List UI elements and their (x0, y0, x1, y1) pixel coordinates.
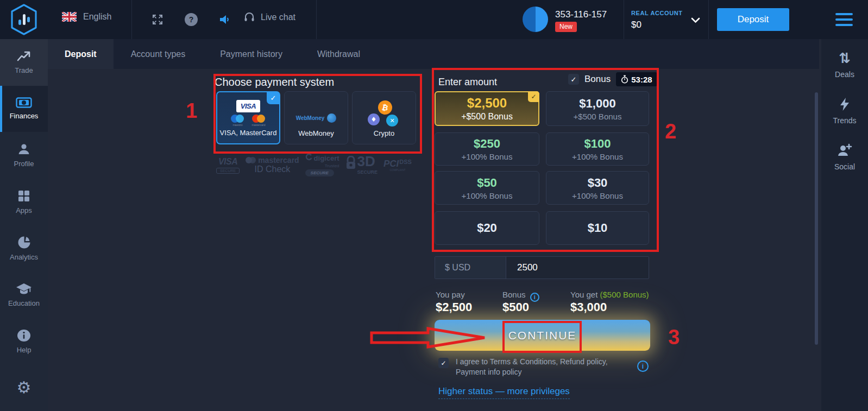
visa-logo: VISA (236, 100, 260, 112)
sidebar-item-profile[interactable]: Profile (0, 132, 48, 179)
sidebar-item-education[interactable]: Education (0, 271, 48, 318)
higher-status-link[interactable]: Higher status — more privileges (438, 386, 570, 399)
ripple-icon: ✕ (386, 115, 398, 127)
top-bar: English ? Live chat 353-116 (0, 0, 868, 39)
preset-30[interactable]: $30+100% Bonus (546, 171, 649, 205)
sidebar-item-trade[interactable]: Trade (0, 39, 48, 86)
divider (131, 0, 132, 39)
sidebar-item-trends[interactable]: Trends (833, 97, 856, 125)
trade-icon (17, 50, 31, 62)
preset-250[interactable]: $250+100% Bonus (435, 132, 539, 166)
finances-icon (16, 97, 32, 108)
agreement-checkbox[interactable]: ✓ (438, 358, 449, 368)
help-icon[interactable]: ? (183, 11, 199, 28)
language-selector[interactable]: English (62, 12, 111, 22)
menu-icon[interactable] (835, 13, 853, 26)
you-pay-value: $2,500 (436, 300, 472, 314)
divider (708, 0, 709, 39)
sidebar-item-deals[interactable]: ⇅ Deals (835, 51, 854, 79)
uk-flag-icon (62, 12, 77, 22)
sidebar-item-analytics[interactable]: Analytics (0, 225, 48, 272)
fullscreen-icon[interactable] (149, 11, 166, 28)
tab-payment-history[interactable]: Payment history (203, 39, 300, 69)
sidebar-item-apps[interactable]: Apps (0, 179, 48, 225)
you-get-bonus-note: ($500 Bonus) (600, 290, 649, 299)
trust-badges: VISA SECURE mastercard ID Check digicert… (216, 154, 412, 176)
annotation-number-1: 1 (186, 99, 197, 123)
payment-section-title: Choose payment system (215, 76, 334, 88)
analytics-icon (17, 236, 31, 249)
payment-method-label: VISA, MasterCard (220, 129, 277, 137)
avatar[interactable] (523, 7, 548, 32)
payment-method-label: WebMoney (298, 129, 334, 137)
sidebar-item-social[interactable]: Social (834, 143, 855, 171)
payment-method-crypto[interactable]: ₿ ♦ ✕ Crypto (352, 91, 416, 144)
webmoney-globe-icon (327, 113, 336, 123)
preset-100[interactable]: $100+100% Bonus (546, 132, 649, 166)
webmoney-logo: WebMoney (296, 115, 325, 121)
lightning-icon (839, 97, 851, 111)
account-dropdown-chevron-icon[interactable] (691, 16, 700, 26)
you-pay-label: You pay (436, 290, 465, 299)
agreement-text[interactable]: I agree to Terms & Conditions, Refund po… (456, 357, 627, 378)
preset-2500[interactable]: ✓ $2,500+$500 Bonus (435, 91, 539, 126)
agreement-info-icon[interactable]: i (637, 361, 649, 372)
tab-account-types[interactable]: Account types (114, 39, 203, 69)
headset-icon (243, 11, 255, 23)
bitcoin-icon: ₿ (377, 99, 394, 116)
sidebar-item-settings[interactable]: ⚙ (0, 364, 48, 411)
lock-icon (345, 156, 356, 170)
currency-selector[interactable]: $ USD (435, 257, 506, 279)
bonus-label: Bonus (584, 74, 611, 85)
preset-1000[interactable]: $1,000+$500 Bonus (546, 91, 649, 126)
mastercard-logo: mastercard (251, 115, 265, 127)
pci-dss-badge: PCIDSS COMPLIANT (383, 159, 412, 172)
mastercard-idcheck-badge: mastercard ID Check (246, 156, 299, 174)
amount-input[interactable] (506, 257, 649, 279)
selected-check-icon: ✓ (528, 91, 539, 102)
tab-withdrawal[interactable]: Withdrawal (300, 39, 378, 69)
divider (624, 0, 624, 39)
new-badge: New (555, 22, 577, 32)
live-chat-button[interactable]: Live chat (243, 11, 295, 23)
education-icon (16, 282, 32, 295)
maestro-logo: maestro (231, 115, 244, 127)
bonus-toggle-row: ✓ Bonus 53:28 (568, 72, 657, 86)
bonus-checkbox[interactable]: ✓ (568, 74, 579, 85)
continue-button[interactable]: CONTINUE (435, 320, 650, 351)
help-info-icon (17, 329, 31, 342)
tab-deposit[interactable]: Deposit (48, 39, 114, 69)
profile-icon (17, 143, 30, 156)
payment-method-webmoney[interactable]: WebMoney WebMoney (284, 91, 348, 144)
left-sidebar: Trade Finances Profile Apps (0, 39, 48, 411)
bonus-info-icon[interactable]: i (530, 293, 539, 302)
agreement-row: ✓ I agree to Terms & Conditions, Refund … (438, 357, 656, 378)
preset-50[interactable]: $50+100% Bonus (435, 171, 539, 205)
account-balance: $0 (631, 20, 641, 30)
amount-input-group: $ USD (435, 256, 649, 279)
account-id: 353-116-157 (555, 9, 607, 20)
preset-10[interactable]: $10 (546, 211, 649, 245)
live-chat-label: Live chat (261, 12, 295, 22)
gear-icon: ⚙ (17, 380, 32, 396)
sound-icon[interactable] (216, 11, 232, 28)
digicert-swirl-icon (305, 154, 312, 161)
brand-logo-icon[interactable] (9, 3, 39, 36)
digicert-badge: digicert Trusted SECURE (305, 154, 339, 176)
language-label: English (83, 12, 111, 22)
annotation-number-2: 2 (665, 120, 676, 143)
payment-methods: ✓ VISA maestro mastercard VISA, MasterCa… (216, 91, 416, 144)
apps-icon (17, 189, 30, 203)
bonus-sum-value: $500 (502, 300, 529, 314)
visa-secure-badge: VISA SECURE (216, 157, 240, 174)
payment-method-visa-mastercard[interactable]: ✓ VISA maestro mastercard VISA, MasterCa… (216, 91, 280, 144)
sidebar-item-finances[interactable]: Finances (0, 86, 48, 132)
right-sidebar: ⇅ Deals Trends Social (821, 39, 868, 411)
sidebar-item-help[interactable]: Help (0, 318, 48, 365)
deposit-button[interactable]: Deposit (717, 8, 789, 31)
ethereum-icon: ♦ (368, 113, 380, 125)
scrollbar[interactable] (815, 92, 818, 345)
account-type-label: REAL ACCOUNT (631, 10, 683, 16)
preset-20[interactable]: $20 (435, 211, 539, 245)
bonus-timer: 53:28 (616, 72, 657, 86)
